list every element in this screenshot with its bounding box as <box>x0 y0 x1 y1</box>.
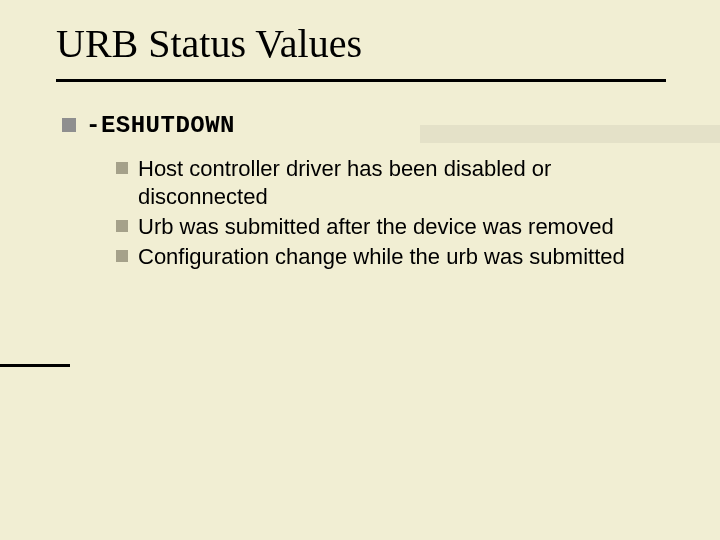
list-item: Urb was submitted after the device was r… <box>116 213 660 241</box>
list-item: Configuration change while the urb was s… <box>116 243 660 271</box>
status-code: -ESHUTDOWN <box>86 112 235 139</box>
square-bullet-icon <box>116 220 128 232</box>
decorative-shadow <box>420 125 720 143</box>
square-bullet-icon <box>62 118 76 132</box>
square-bullet-icon <box>116 162 128 174</box>
list-item: Host controller driver has been disabled… <box>116 155 660 211</box>
list-item-text: Host controller driver has been disabled… <box>138 155 660 211</box>
page-title: URB Status Values <box>56 20 720 67</box>
left-rule <box>0 364 70 367</box>
list-item-text: Urb was submitted after the device was r… <box>138 213 614 241</box>
sublist: Host controller driver has been disabled… <box>62 149 660 272</box>
content: -ESHUTDOWN Host controller driver has be… <box>0 82 720 272</box>
list-item-text: Configuration change while the urb was s… <box>138 243 625 271</box>
square-bullet-icon <box>116 250 128 262</box>
title-wrap: URB Status Values <box>0 0 720 73</box>
